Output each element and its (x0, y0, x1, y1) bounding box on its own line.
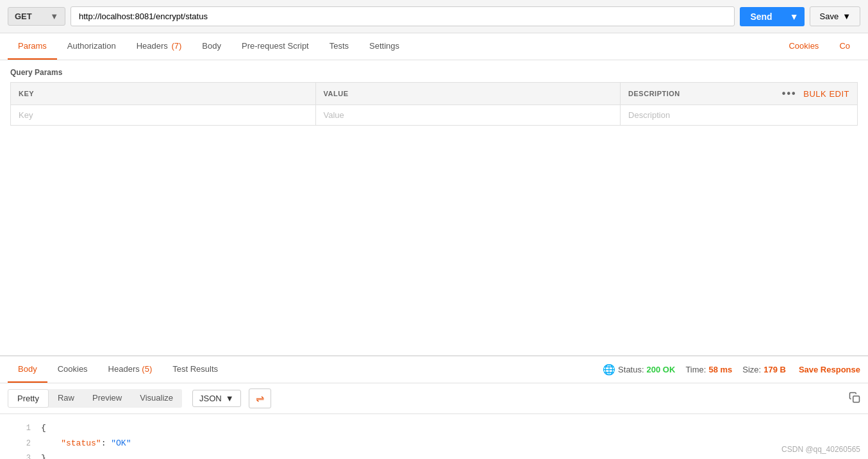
bulk-edit-button[interactable]: Bulk Edit (803, 89, 849, 99)
format-tabs: Pretty Raw Preview Visualize (8, 389, 182, 408)
wrap-icon: ⇌ (256, 393, 264, 404)
save-label: Save (819, 12, 839, 21)
status-label: Status: (618, 365, 644, 374)
resp-tab-test-results[interactable]: Test Results (162, 356, 228, 383)
tab-cookies[interactable]: Cookies (778, 33, 829, 60)
size-value: 179 B (764, 365, 786, 374)
method-select[interactable]: GET ▼ (8, 7, 65, 26)
method-label: GET (15, 12, 32, 21)
send-label: Send (740, 12, 782, 22)
tab-tests[interactable]: Tests (319, 33, 359, 60)
save-button[interactable]: Save ▼ (810, 6, 860, 26)
json-colon: : (101, 436, 112, 451)
request-tabs: Params Authorization Headers (7) Body Pr… (0, 33, 868, 60)
method-chevron-icon: ▼ (50, 12, 58, 21)
tab-authorization[interactable]: Authorization (57, 33, 126, 60)
resp-tab-headers[interactable]: Headers (5) (98, 356, 163, 383)
url-input[interactable] (71, 6, 735, 26)
tab-headers[interactable]: Headers (7) (126, 33, 192, 60)
send-arrow-icon[interactable]: ▼ (783, 12, 805, 22)
request-panel: Query Params KEY VALUE DESCRIPTION ••• B… (0, 60, 868, 355)
col-value: VALUE (315, 83, 621, 105)
json-brace-open: { (41, 421, 46, 435)
save-chevron-icon: ▼ (842, 12, 851, 21)
json-indent (41, 436, 61, 451)
json-chevron-icon: ▼ (226, 394, 234, 403)
time-value: 58 ms (708, 365, 732, 374)
json-output: 1 { 2 "status" : "OK" 3 } (0, 414, 868, 459)
response-area: Body Cookies Headers (5) Test Results 🌐 … (0, 355, 868, 459)
json-brace-close: } (41, 451, 46, 459)
tab-body[interactable]: Body (192, 33, 231, 60)
format-bar: Pretty Raw Preview Visualize JSON ▼ ⇌ (0, 383, 868, 414)
table-row: Key Value Description (11, 105, 858, 126)
description-cell[interactable]: Description (621, 105, 858, 126)
json-line-2: 2 "status" : "OK" (8, 436, 868, 451)
params-table: KEY VALUE DESCRIPTION ••• Bulk Edit (10, 82, 858, 126)
json-label: JSON (199, 394, 222, 403)
json-value-ok: "OK" (111, 436, 131, 451)
more-options-button[interactable]: ••• (782, 88, 797, 99)
query-params-section: Query Params KEY VALUE DESCRIPTION ••• B… (0, 60, 868, 126)
time-label: Time: (685, 365, 706, 374)
response-tabs: Body Cookies Headers (5) Test Results 🌐 … (0, 356, 868, 383)
watermark: CSDN @qq_40260565 (781, 445, 860, 454)
status-info: 🌐 Status: 200 OK Time: 58 ms Size: 179 B… (603, 363, 860, 376)
copy-button[interactable] (849, 392, 860, 406)
send-button[interactable]: Send ▼ (740, 7, 805, 26)
json-selector[interactable]: JSON ▼ (192, 390, 241, 407)
json-line-1: 1 { (8, 421, 868, 436)
resp-tab-body[interactable]: Body (8, 356, 47, 383)
status-value: 200 OK (647, 365, 676, 374)
line-number: 2 (8, 437, 31, 451)
fmt-tab-visualize[interactable]: Visualize (131, 389, 182, 408)
tab-co[interactable]: Co (829, 33, 860, 60)
fmt-tab-preview[interactable]: Preview (83, 389, 131, 408)
resp-tab-cookies[interactable]: Cookies (47, 356, 98, 383)
json-line-3: 3 } (8, 451, 868, 459)
tab-pre-request[interactable]: Pre-request Script (231, 33, 319, 60)
svg-rect-0 (853, 396, 860, 402)
line-number: 3 (8, 452, 31, 459)
value-cell[interactable]: Value (315, 105, 621, 126)
request-tabs-right: Cookies Co (778, 33, 860, 60)
json-key-status: "status" (61, 436, 101, 451)
wrap-button[interactable]: ⇌ (249, 388, 271, 408)
fmt-tab-pretty[interactable]: Pretty (8, 389, 49, 408)
top-bar: GET ▼ Send ▼ Save ▼ (0, 0, 868, 33)
key-cell[interactable]: Key (11, 105, 316, 126)
line-number: 1 (8, 422, 31, 436)
col-key: KEY (11, 83, 316, 105)
globe-icon: 🌐 (603, 363, 615, 376)
size-label: Size: (742, 365, 761, 374)
description-label: DESCRIPTION (628, 90, 680, 97)
tab-params[interactable]: Params (8, 33, 57, 60)
col-description: DESCRIPTION ••• Bulk Edit (621, 83, 858, 105)
query-params-title: Query Params (10, 68, 858, 77)
save-response-button[interactable]: Save Response (799, 365, 860, 374)
tab-settings[interactable]: Settings (359, 33, 410, 60)
fmt-tab-raw[interactable]: Raw (49, 389, 83, 408)
